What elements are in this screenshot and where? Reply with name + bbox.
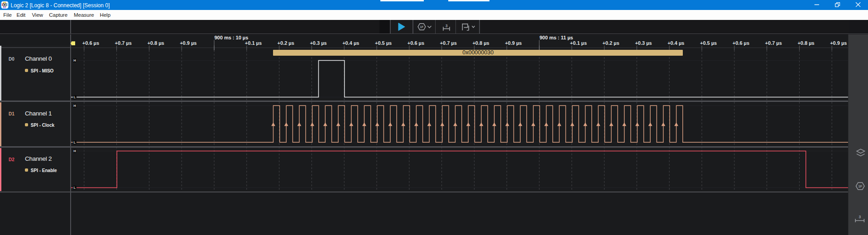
svg-text:1F: 1F (420, 25, 424, 28)
svg-text:3: 3 (858, 214, 861, 219)
svg-text:1F: 1F (858, 184, 862, 188)
svg-text:3: 3 (446, 23, 448, 28)
